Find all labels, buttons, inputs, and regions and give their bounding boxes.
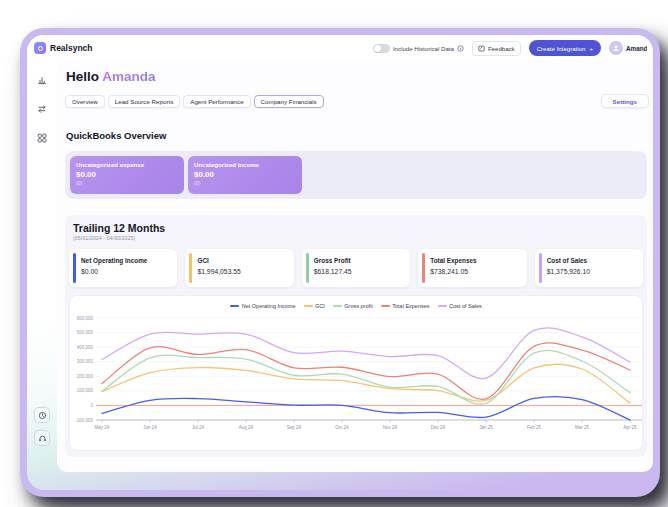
card-value: $0.00 [194, 170, 296, 179]
kpi-gross-profit: Gross Profit $618,127.45 [302, 249, 410, 287]
kpi-accent-bar [73, 253, 76, 283]
kpi-net-operating-income: Net Operating Income $0.00 [69, 249, 177, 287]
desktop-background: Realsynch Include Historical Data [0, 0, 668, 507]
svg-text:300,000: 300,000 [77, 359, 94, 364]
svg-text:Jul 24: Jul 24 [192, 425, 205, 430]
historical-data-control: Include Historical Data [373, 44, 464, 53]
svg-text:Jun 24: Jun 24 [143, 425, 157, 430]
trailing-12-months-chart: 600,000500,000400,000300,000200,000100,0… [70, 311, 646, 445]
svg-text:Sep 24: Sep 24 [287, 425, 302, 430]
svg-text:May 24: May 24 [95, 425, 110, 430]
greeting-text: Hello [66, 69, 99, 84]
chart-panel: Net Operating IncomeGCIGross profitTotal… [69, 295, 643, 451]
svg-text:400,000: 400,000 [77, 345, 94, 350]
kpi-row: Net Operating Income $0.00 GCI $1,994,05… [69, 249, 643, 287]
feedback-button[interactable]: Feedback [472, 41, 521, 56]
legend-dash-icon [381, 305, 390, 307]
svg-text:Apr 25: Apr 25 [623, 425, 637, 430]
tabs-row: Overview Lead Source Reports Agent Perfo… [65, 95, 647, 108]
legend-item[interactable]: Cost of Sales [438, 303, 482, 309]
chart-legend: Net Operating IncomeGCIGross profitTotal… [70, 301, 642, 311]
historical-data-toggle[interactable] [373, 44, 390, 53]
clock-icon [38, 411, 47, 420]
sidebar-item-apps[interactable] [35, 131, 49, 145]
legend-dash-icon [304, 305, 313, 307]
avatar [609, 41, 623, 55]
series-line-cost-of-sales [102, 328, 630, 379]
svg-text:Aug 24: Aug 24 [239, 425, 254, 430]
kpi-value: $1,375,926.10 [547, 268, 643, 275]
settings-button[interactable]: Settings [601, 94, 649, 108]
kpi-accent-bar [306, 253, 309, 283]
quickbooks-overview-title: QuickBooks Overview [66, 130, 647, 141]
user-menu[interactable]: Amanda [609, 41, 647, 55]
app-window: Realsynch Include Historical Data [20, 28, 660, 497]
svg-text:100,000: 100,000 [77, 388, 94, 393]
sidebar-item-integrations[interactable] [35, 102, 49, 116]
headset-icon [38, 434, 47, 443]
legend-item[interactable]: Gross profit [333, 303, 373, 309]
series-line-gci [102, 364, 630, 403]
kpi-accent-bar [539, 253, 542, 283]
info-icon[interactable] [457, 45, 464, 52]
kpi-value: $618,127.45 [314, 268, 410, 275]
brand-name: Realsynch [50, 43, 93, 53]
create-integration-label: Create Integration [537, 45, 586, 52]
kpi-value: $0.00 [81, 268, 177, 275]
legend-label: Net Operating Income [242, 303, 296, 309]
kpi-gci: GCI $1,994,053.55 [185, 249, 293, 287]
legend-label: Gross profit [344, 303, 372, 309]
topbar-actions: Include Historical Data Feedback Create … [373, 40, 647, 56]
svg-text:200,000: 200,000 [77, 374, 94, 379]
legend-label: Total Expenses [392, 303, 429, 309]
kpi-value: $738,241.05 [430, 268, 526, 275]
feedback-label: Feedback [488, 45, 515, 52]
svg-text:Jan 25: Jan 25 [479, 425, 493, 430]
sidebar-item-analytics[interactable] [35, 73, 49, 87]
legend-dash-icon [230, 305, 239, 307]
brand: Realsynch [34, 42, 93, 54]
quickbooks-cards-panel: Uncategorized expense $0.00 (0) Uncatego… [65, 151, 647, 199]
history-button[interactable] [34, 407, 50, 423]
plus-icon: + [589, 45, 593, 52]
svg-text:600,000: 600,000 [77, 316, 94, 321]
card-value: $0.00 [76, 170, 178, 179]
uncategorized-income-card: Uncategorized income $0.00 (0) [188, 156, 302, 194]
legend-item[interactable]: Net Operating Income [230, 303, 295, 309]
svg-text:Oct 24: Oct 24 [335, 425, 349, 430]
svg-text:-100,000: -100,000 [75, 418, 93, 423]
legend-item[interactable]: GCI [304, 303, 325, 309]
kpi-cost-of-sales: Cost of Sales $1,375,926.10 [535, 249, 643, 287]
historical-toggle-label: Include Historical Data [393, 45, 454, 52]
sidebar [27, 61, 57, 490]
feedback-icon [478, 45, 485, 52]
app-window-content: Realsynch Include Historical Data [27, 35, 653, 490]
kpi-label: Gross Profit [314, 257, 410, 264]
legend-dash-icon [333, 305, 342, 307]
trailing-title: Trailing 12 Months [73, 222, 643, 234]
kpi-label: Cost of Sales [547, 257, 643, 264]
main-content: Hello Amanda Overview Lead Source Report… [57, 60, 653, 472]
svg-text:Feb 25: Feb 25 [527, 425, 542, 430]
tab-company-financials[interactable]: Company Financials [254, 95, 324, 108]
legend-item[interactable]: Total Expenses [381, 303, 430, 309]
series-line-net-operating-income [102, 397, 630, 420]
svg-text:0: 0 [90, 403, 93, 408]
realsynch-logo-icon [34, 42, 46, 54]
kpi-value: $1,994,053.55 [197, 268, 293, 275]
toggle-knob [374, 45, 381, 52]
svg-text:Mar 25: Mar 25 [575, 425, 590, 430]
tab-agent-performance[interactable]: Agent Performance [183, 95, 250, 108]
swap-arrows-icon [37, 104, 47, 114]
support-button[interactable] [34, 430, 50, 446]
person-icon [612, 44, 620, 52]
tab-overview[interactable]: Overview [65, 95, 105, 108]
tab-lead-source-reports[interactable]: Lead Source Reports [108, 95, 180, 108]
greeting-user-name: Amanda [102, 69, 155, 84]
grid-icon [37, 133, 47, 143]
kpi-label: Total Expenses [430, 257, 526, 264]
svg-text:500,000: 500,000 [77, 330, 94, 335]
user-name: Amanda [626, 45, 647, 52]
legend-label: Cost of Sales [449, 303, 482, 309]
create-integration-button[interactable]: Create Integration + [529, 40, 601, 56]
